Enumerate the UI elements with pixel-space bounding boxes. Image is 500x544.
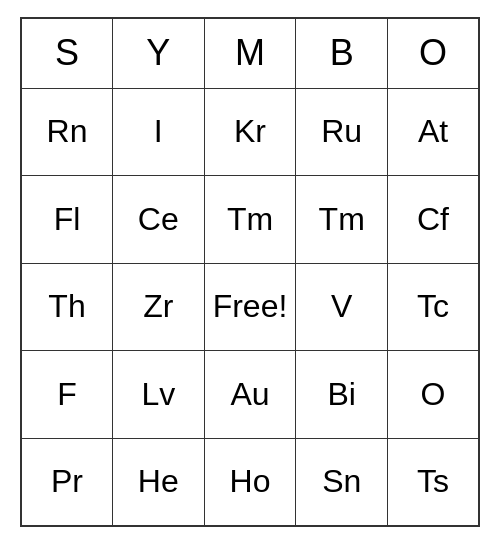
- bingo-cell-3-0: F: [21, 351, 113, 439]
- bingo-cell-3-3: Bi: [296, 351, 388, 439]
- bingo-cell-2-4: Tc: [388, 263, 480, 351]
- bingo-card: SYMBO RnIKrRuAtFlCeTmTmCfThZrFree!VTcFLv…: [20, 17, 480, 527]
- bingo-cell-0-0: Rn: [21, 88, 113, 176]
- bingo-body: RnIKrRuAtFlCeTmTmCfThZrFree!VTcFLvAuBiOP…: [21, 88, 479, 526]
- bingo-cell-2-2: Free!: [204, 263, 296, 351]
- bingo-cell-1-2: Tm: [204, 176, 296, 264]
- bingo-row-3: FLvAuBiO: [21, 351, 479, 439]
- header-row: SYMBO: [21, 18, 479, 88]
- bingo-cell-2-1: Zr: [113, 263, 205, 351]
- bingo-cell-4-4: Ts: [388, 438, 480, 526]
- bingo-row-0: RnIKrRuAt: [21, 88, 479, 176]
- bingo-cell-4-2: Ho: [204, 438, 296, 526]
- header-col-m: M: [204, 18, 296, 88]
- bingo-cell-1-1: Ce: [113, 176, 205, 264]
- bingo-header: SYMBO: [21, 18, 479, 88]
- bingo-row-4: PrHeHoSnTs: [21, 438, 479, 526]
- bingo-cell-0-1: I: [113, 88, 205, 176]
- bingo-cell-1-3: Tm: [296, 176, 388, 264]
- bingo-cell-4-0: Pr: [21, 438, 113, 526]
- bingo-cell-1-4: Cf: [388, 176, 480, 264]
- bingo-cell-0-2: Kr: [204, 88, 296, 176]
- bingo-cell-2-3: V: [296, 263, 388, 351]
- bingo-cell-2-0: Th: [21, 263, 113, 351]
- header-col-s: S: [21, 18, 113, 88]
- bingo-cell-4-1: He: [113, 438, 205, 526]
- bingo-cell-4-3: Sn: [296, 438, 388, 526]
- header-col-y: Y: [113, 18, 205, 88]
- bingo-cell-0-4: At: [388, 88, 480, 176]
- bingo-row-1: FlCeTmTmCf: [21, 176, 479, 264]
- bingo-cell-3-1: Lv: [113, 351, 205, 439]
- bingo-cell-3-4: O: [388, 351, 480, 439]
- bingo-row-2: ThZrFree!VTc: [21, 263, 479, 351]
- bingo-cell-1-0: Fl: [21, 176, 113, 264]
- header-col-b: B: [296, 18, 388, 88]
- header-col-o: O: [388, 18, 480, 88]
- bingo-cell-3-2: Au: [204, 351, 296, 439]
- bingo-cell-0-3: Ru: [296, 88, 388, 176]
